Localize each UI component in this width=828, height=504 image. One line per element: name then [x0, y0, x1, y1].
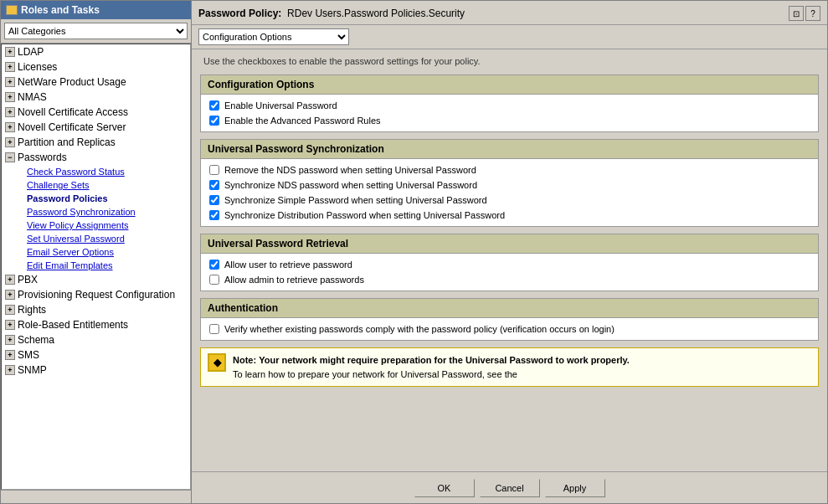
- options-box-universal-sync: Remove the NDS password when setting Uni…: [200, 159, 819, 227]
- config-select[interactable]: Configuration Options: [198, 28, 349, 45]
- content-area: Use the checkboxes to enable the passwor…: [192, 49, 827, 471]
- expand-icon[interactable]: +: [5, 335, 15, 345]
- tree-item-label: SMS: [18, 349, 39, 361]
- checkbox-row-sync-dist: Synchronize Distribution Password when s…: [208, 208, 811, 223]
- expand-icon[interactable]: +: [5, 107, 15, 117]
- tree-item-passwords[interactable]: −Passwords: [2, 150, 190, 165]
- expand-icon[interactable]: +: [5, 47, 15, 57]
- tree-child-edit-email[interactable]: Edit Email Templates: [2, 259, 190, 272]
- tree-item-label: Provisioning Request Configuration: [18, 289, 175, 301]
- tree-item-pbx[interactable]: +PBX: [2, 272, 190, 287]
- tree-item-label: Licenses: [18, 61, 57, 73]
- tree-child-password-sync[interactable]: Password Synchronization: [2, 205, 190, 219]
- note-prefix: Note:: [233, 355, 256, 365]
- checkbox-sync-nds[interactable]: [209, 180, 219, 190]
- tree-item-novell-cert-server[interactable]: +Novell Certificate Server: [2, 120, 190, 135]
- left-panel-footer: [1, 490, 191, 503]
- checkbox-verify-existing[interactable]: [209, 324, 219, 334]
- left-panel: Roles and Tasks All Categories +LDAP+Lic…: [1, 1, 192, 503]
- checkbox-row-allow-user-retrieve: Allow user to retrieve password: [208, 257, 811, 272]
- apply-button[interactable]: Apply: [545, 479, 605, 497]
- tree-item-partition[interactable]: +Partition and Replicas: [2, 135, 190, 150]
- expand-icon[interactable]: +: [5, 350, 15, 360]
- checkbox-label-allow-admin-retrieve: Allow admin to retrieve passwords: [224, 275, 364, 285]
- tree-item-novell-cert-access[interactable]: +Novell Certificate Access: [2, 105, 190, 120]
- tree-item-label: Role-Based Entitlements: [18, 319, 128, 331]
- tree-item-provisioning[interactable]: +Provisioning Request Configuration: [2, 287, 190, 302]
- checkbox-label-sync-dist: Synchronize Distribution Password when s…: [224, 210, 505, 220]
- checkbox-remove-nds[interactable]: [209, 165, 219, 175]
- tree-child-challenge-sets[interactable]: Challenge Sets: [2, 178, 190, 192]
- tree-item-licenses[interactable]: +Licenses: [2, 59, 190, 75]
- tree-child-check-password[interactable]: Check Password Status: [2, 165, 190, 178]
- folder-icon: [6, 5, 18, 15]
- expand-icon[interactable]: +: [5, 365, 15, 375]
- tree-child-password-policies[interactable]: Password Policies: [2, 192, 190, 205]
- left-panel-header: Roles and Tasks: [1, 1, 191, 19]
- tree-item-ldap[interactable]: +LDAP: [2, 44, 190, 59]
- expand-icon[interactable]: +: [5, 320, 15, 330]
- tree-item-label: Rights: [18, 304, 46, 316]
- expand-icon[interactable]: +: [5, 62, 15, 72]
- ok-button[interactable]: OK: [414, 479, 475, 497]
- content-description: Use the checkboxes to enable the passwor…: [200, 56, 819, 66]
- window-button[interactable]: ⊡: [789, 6, 804, 21]
- expand-icon[interactable]: +: [5, 275, 15, 285]
- tree-item-label: LDAP: [18, 46, 44, 58]
- dropdown-wrapper: Configuration Options: [192, 28, 827, 49]
- checkbox-row-enable-advanced: Enable the Advanced Password Rules: [208, 113, 811, 128]
- checkbox-label-allow-user-retrieve: Allow user to retrieve password: [224, 260, 352, 270]
- checkbox-row-sync-nds: Synchronize NDS password when setting Un…: [208, 177, 811, 193]
- tree-item-role-based[interactable]: +Role-Based Entitlements: [2, 317, 190, 332]
- tree-item-label: Schema: [18, 334, 54, 346]
- checkbox-row-verify-existing: Verify whether existing passwords comply…: [208, 321, 811, 337]
- tree-item-label: Novell Certificate Access: [18, 106, 128, 118]
- tree-item-snmp[interactable]: +SNMP: [2, 363, 190, 378]
- right-panel: Password Policy: RDev Users.Password Pol…: [192, 1, 827, 503]
- expand-icon[interactable]: +: [5, 122, 15, 132]
- expand-icon[interactable]: +: [5, 77, 15, 87]
- options-box-universal-retrieval: Allow user to retrieve passwordAllow adm…: [200, 254, 819, 291]
- tree-child-set-universal[interactable]: Set Universal Password: [2, 232, 190, 245]
- help-button[interactable]: ?: [805, 6, 820, 21]
- section-header-config-options: Configuration Options: [200, 75, 819, 95]
- tree-child-view-policy[interactable]: View Policy Assignments: [2, 219, 190, 232]
- expand-icon[interactable]: +: [5, 137, 15, 147]
- section-header-authentication: Authentication: [200, 298, 819, 318]
- tree-item-netware[interactable]: +NetWare Product Usage: [2, 75, 190, 90]
- bottom-bar: OK Cancel Apply: [192, 471, 827, 503]
- cancel-button[interactable]: Cancel: [480, 479, 540, 497]
- checkbox-enable-advanced[interactable]: [209, 116, 219, 126]
- checkbox-label-remove-nds: Remove the NDS password when setting Uni…: [224, 165, 476, 175]
- note-sub: To learn how to prepare your network for…: [233, 369, 517, 379]
- note-main: Your network might require preparation f…: [259, 355, 630, 365]
- checkbox-label-enable-universal: Enable Universal Password: [224, 100, 337, 111]
- expand-icon[interactable]: +: [5, 305, 15, 315]
- expand-icon[interactable]: +: [5, 92, 15, 102]
- checkbox-row-remove-nds: Remove the NDS password when setting Uni…: [208, 162, 811, 177]
- checkbox-sync-dist[interactable]: [209, 210, 219, 220]
- tree-item-sms[interactable]: +SMS: [2, 347, 190, 363]
- left-panel-title: Roles and Tasks: [21, 4, 100, 16]
- policy-info: Password Policy: RDev Users.Password Pol…: [198, 8, 465, 19]
- checkbox-enable-universal[interactable]: [209, 100, 219, 111]
- tree-item-nmas[interactable]: +NMAS: [2, 90, 190, 105]
- note-box: ◆ Note: Your network might require prepa…: [200, 347, 819, 387]
- checkbox-row-allow-admin-retrieve: Allow admin to retrieve passwords: [208, 272, 811, 287]
- tree-child-email-server[interactable]: Email Server Options: [2, 245, 190, 259]
- note-icon: ◆: [208, 353, 226, 372]
- checkbox-allow-admin-retrieve[interactable]: [209, 275, 219, 285]
- checkbox-label-sync-simple: Synchronize Simple Password when setting…: [224, 195, 487, 205]
- tree-item-schema[interactable]: +Schema: [2, 332, 190, 347]
- section-header-universal-sync: Universal Password Synchronization: [200, 139, 819, 159]
- category-select[interactable]: All Categories: [4, 23, 188, 39]
- category-select-wrapper: All Categories: [1, 19, 191, 44]
- policy-label-prefix: Password Policy:: [198, 8, 281, 19]
- expand-icon[interactable]: +: [5, 290, 15, 300]
- note-text: Note: Your network might require prepara…: [233, 353, 630, 381]
- checkbox-allow-user-retrieve[interactable]: [209, 260, 219, 270]
- collapse-icon[interactable]: −: [5, 152, 15, 162]
- checkbox-sync-simple[interactable]: [209, 195, 219, 205]
- checkbox-label-verify-existing: Verify whether existing passwords comply…: [224, 324, 615, 334]
- tree-item-rights[interactable]: +Rights: [2, 302, 190, 317]
